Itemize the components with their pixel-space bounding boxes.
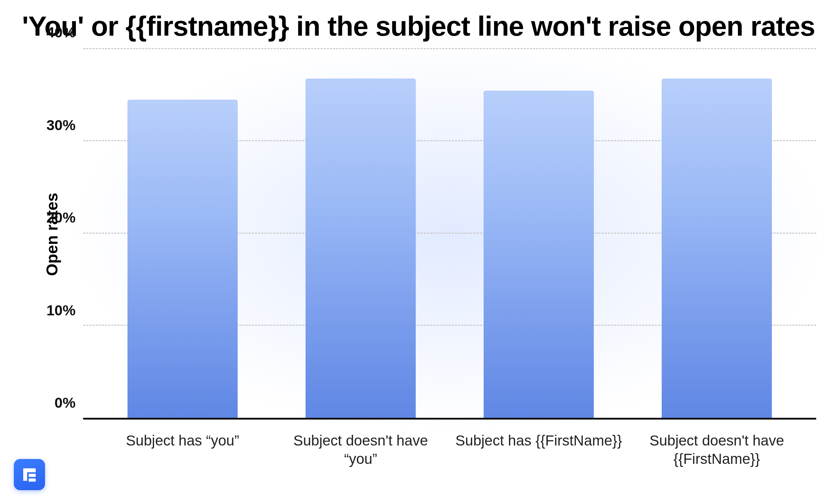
x-tick-label: Subject has “you” [94, 432, 272, 468]
x-tick-label: Subject doesn't have “you” [272, 432, 450, 468]
brand-logo-icon [14, 459, 45, 490]
y-axis: 0%10%20%30%40% [42, 49, 83, 420]
y-tick-label: 30% [46, 117, 76, 134]
bar [306, 79, 416, 418]
x-tick-label: Subject doesn't have {{FirstName}} [628, 432, 806, 468]
bar [484, 91, 594, 418]
y-tick-label: 40% [46, 24, 76, 41]
bars-container [83, 49, 816, 418]
y-tick-label: 10% [46, 302, 76, 319]
chart-title: 'You' or {{firstname}} in the subject li… [0, 0, 837, 46]
svg-rect-0 [29, 474, 36, 477]
x-tick-label: Subject has {{FirstName}} [450, 432, 628, 468]
bar [662, 79, 772, 418]
chart-area: Open rates 0%10%20%30%40% [42, 49, 816, 420]
svg-rect-1 [29, 478, 36, 482]
plot-area [83, 49, 816, 420]
bar-slot [628, 49, 806, 418]
bar [127, 100, 238, 418]
y-tick-label: 0% [54, 395, 76, 411]
bar-slot [450, 49, 628, 418]
x-axis: Subject has “you”Subject doesn't have “y… [83, 432, 816, 468]
bar-slot [272, 49, 450, 418]
bar-slot [94, 49, 272, 418]
y-tick-label: 20% [46, 209, 76, 226]
